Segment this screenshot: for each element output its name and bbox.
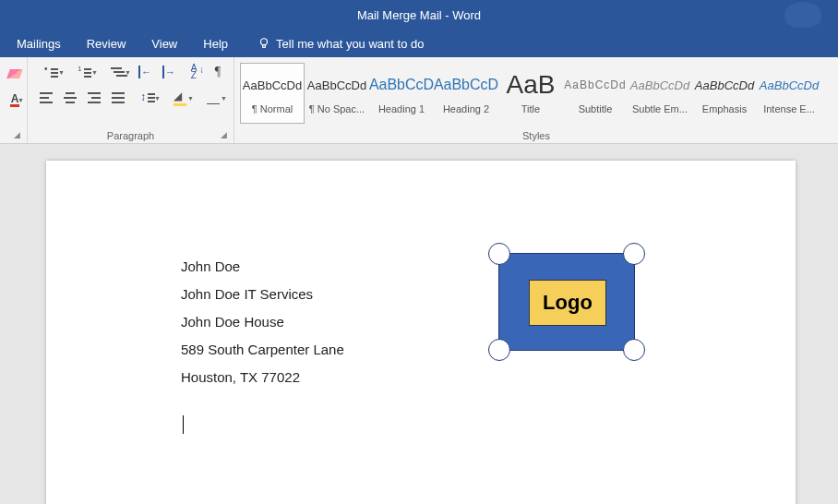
tell-me-label: Tell me what you want to do <box>276 37 424 51</box>
line-spacing-icon <box>140 91 153 104</box>
logo-text-box[interactable]: Logo <box>529 280 606 326</box>
increase-indent-button[interactable] <box>161 63 179 81</box>
svg-rect-1 <box>263 45 266 48</box>
address-line[interactable]: Houston, TX 77022 <box>181 364 344 391</box>
style-preview: AaBbCcDd <box>628 72 691 98</box>
ribbon: A▼ ◢ ▼ ▼ ▼ AZ ¶ ▼ ▼ ▼ <box>0 57 838 144</box>
style-preview: AaBbCcDd <box>564 72 627 98</box>
style-item-title[interactable]: AaBTitle <box>498 63 563 124</box>
shading-icon <box>174 91 186 104</box>
shading-button[interactable]: ▼ <box>166 89 194 107</box>
account-avatar[interactable] <box>784 2 821 28</box>
tell-me-search[interactable]: Tell me what you want to do <box>241 37 424 51</box>
address-line[interactable]: John Doe <box>181 253 344 281</box>
style-preview: AaBbCcDd <box>305 72 368 98</box>
numbering-icon <box>78 66 90 78</box>
style-name-label: Emphasis <box>693 103 756 114</box>
address-block[interactable]: John DoeJohn Doe IT ServicesJohn Doe Hou… <box>181 253 344 391</box>
tab-mailings[interactable]: Mailings <box>4 30 74 57</box>
style-item-emphasis[interactable]: AaBbCcDdEmphasis <box>692 63 757 124</box>
style-preview: AaB <box>499 72 562 98</box>
tab-review[interactable]: Review <box>74 30 139 57</box>
address-line[interactable]: John Doe House <box>181 308 344 336</box>
style-name-label: Heading 1 <box>370 103 433 114</box>
decrease-indent-button[interactable] <box>137 63 155 81</box>
title-bar: Mail Merge Mail - Word <box>0 0 838 30</box>
pilcrow-icon: ¶ <box>215 65 221 79</box>
decrease-indent-icon <box>138 66 153 78</box>
chevron-down-icon: ▼ <box>221 95 227 102</box>
style-item-heading-1[interactable]: AaBbCcDHeading 1 <box>369 63 434 124</box>
document-area[interactable]: John DoeJohn Doe IT ServicesJohn Doe Hou… <box>0 144 838 504</box>
style-name-label: ¶ Normal <box>241 103 304 114</box>
style-preview: AaBbCcD <box>370 72 433 98</box>
align-center-button[interactable] <box>61 89 79 107</box>
style-preview: AaBbCcDd <box>241 72 304 98</box>
logo-notch <box>488 339 510 361</box>
show-hide-marks-button[interactable]: ¶ <box>209 63 227 81</box>
text-cursor <box>183 415 184 434</box>
chevron-down-icon: ▼ <box>125 69 131 76</box>
chevron-down-icon: ▼ <box>154 95 161 102</box>
logo-notch <box>488 243 510 265</box>
paragraph-group-label: Paragraph <box>28 130 233 141</box>
borders-button[interactable]: ▼ <box>199 89 227 107</box>
lightbulb-icon <box>257 37 270 50</box>
clear-formatting-button[interactable] <box>6 65 24 83</box>
align-right-button[interactable] <box>85 89 103 107</box>
chevron-down-icon: ▼ <box>187 95 194 102</box>
font-group-partial: A▼ ◢ <box>0 57 28 143</box>
align-left-icon <box>40 92 53 103</box>
menu-bar: Mailings Review View Help Tell me what y… <box>0 30 838 57</box>
bullets-button[interactable]: ▼ <box>37 63 65 81</box>
styles-gallery[interactable]: AaBbCcDd¶ NormalAaBbCcDd¶ No Spac...AaBb… <box>240 63 832 126</box>
style-name-label: Title <box>499 103 562 114</box>
address-line[interactable]: John Doe IT Services <box>181 281 344 308</box>
style-name-label: ¶ No Spac... <box>305 103 368 114</box>
sort-button[interactable]: AZ <box>185 63 203 81</box>
multilevel-icon <box>111 66 124 78</box>
sort-icon: AZ <box>191 65 198 79</box>
chevron-down-icon: ▼ <box>18 97 24 103</box>
align-left-button[interactable] <box>37 89 55 107</box>
style-preview: AaBbCcDd <box>693 72 756 98</box>
chevron-down-icon: ▼ <box>58 69 65 76</box>
style-item-subtle-em[interactable]: AaBbCcDdSubtle Em... <box>628 63 692 124</box>
borders-icon <box>207 91 220 104</box>
justify-button[interactable] <box>109 89 127 107</box>
style-name-label: Subtle Em... <box>628 103 691 114</box>
style-item-normal[interactable]: AaBbCcDd¶ Normal <box>240 63 305 124</box>
styles-group: AaBbCcDd¶ NormalAaBbCcDd¶ No Spac...AaBb… <box>234 57 838 143</box>
style-name-label: Subtitle <box>564 103 627 114</box>
style-name-label: Intense E... <box>758 103 820 114</box>
font-color-button[interactable]: A▼ <box>6 90 24 109</box>
multilevel-list-button[interactable]: ▼ <box>103 63 131 81</box>
styles-group-label: Styles <box>234 130 838 141</box>
logo-text: Logo <box>543 291 593 315</box>
justify-icon <box>112 92 125 103</box>
eraser-icon <box>6 69 23 78</box>
logo-notch <box>623 339 645 361</box>
style-preview: AaBbCcDd <box>758 72 820 98</box>
style-item-subtitle[interactable]: AaBbCcDdSubtitle <box>563 63 628 124</box>
paragraph-dialog-launcher[interactable]: ◢ <box>221 130 230 139</box>
style-item-no-spac[interactable]: AaBbCcDd¶ No Spac... <box>305 63 369 124</box>
tab-view[interactable]: View <box>138 30 190 57</box>
svg-point-0 <box>261 39 268 45</box>
font-dialog-launcher[interactable]: ◢ <box>14 130 23 139</box>
logo-shape[interactable]: Logo <box>498 253 635 351</box>
increase-indent-icon <box>162 66 177 78</box>
style-name-label: Heading 2 <box>435 103 497 114</box>
title-bar-text: Mail Merge Mail - Word <box>357 8 481 22</box>
logo-notch <box>623 243 645 265</box>
tab-help[interactable]: Help <box>190 30 241 57</box>
numbering-button[interactable]: ▼ <box>70 63 98 81</box>
line-spacing-button[interactable]: ▼ <box>133 89 161 107</box>
align-center-icon <box>64 92 77 103</box>
paragraph-group: ▼ ▼ ▼ AZ ¶ ▼ ▼ ▼ Paragraph ◢ <box>28 57 234 143</box>
style-preview: AaBbCcD <box>435 72 497 98</box>
address-line[interactable]: 589 South Carpenter Lane <box>181 336 344 364</box>
style-item-intense-e[interactable]: AaBbCcDdIntense E... <box>757 63 821 124</box>
style-item-heading-2[interactable]: AaBbCcDHeading 2 <box>434 63 498 124</box>
page[interactable]: John DoeJohn Doe IT ServicesJohn Doe Hou… <box>46 161 796 504</box>
